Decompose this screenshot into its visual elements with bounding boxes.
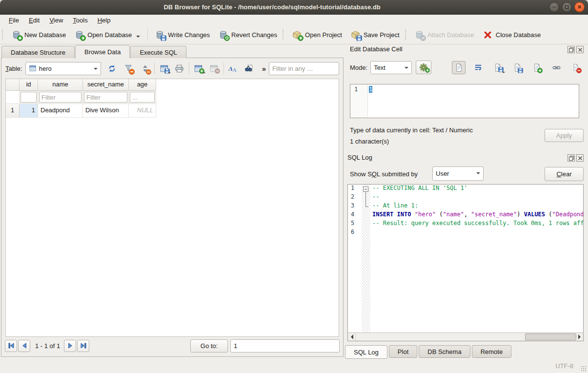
close-button[interactable]: ✕ — [574, 2, 585, 12]
table-row: 11DeadpondDive WilsonNULL — [6, 104, 339, 118]
export-cell-data-button[interactable] — [510, 61, 524, 74]
dock-tab-remote[interactable]: Remote — [472, 345, 512, 358]
cell-value-editor[interactable]: 1 1 — [350, 84, 579, 118]
open-in-external-button[interactable] — [530, 61, 544, 74]
table-select[interactable]: hero — [25, 62, 101, 75]
revert-changes-button[interactable]: Revert Changes — [214, 28, 282, 41]
insert-record-button[interactable] — [192, 62, 205, 75]
sql-log-line: 6 — [348, 228, 583, 237]
menu-item-help[interactable]: Help — [93, 16, 116, 25]
filter-input-age[interactable] — [130, 92, 155, 103]
scrollbar-thumb[interactable] — [525, 333, 576, 340]
auto-apply-button[interactable] — [416, 61, 431, 74]
tab-execute-sql[interactable]: Execute SQL — [130, 46, 186, 58]
clear-log-button[interactable]: Clear — [545, 167, 584, 181]
tab-database-structure[interactable]: Database Structure — [1, 46, 75, 58]
open-database-dropdown-caret[interactable] — [136, 36, 140, 40]
set-null-button[interactable] — [569, 61, 583, 74]
line-number: 5 — [348, 220, 362, 228]
menu-item-edit[interactable]: Edit — [24, 16, 44, 25]
cell-age[interactable]: NULL — [129, 104, 156, 118]
show-sql-select[interactable]: User — [432, 166, 484, 181]
menu-item-file[interactable]: File — [4, 16, 24, 25]
link-data-button[interactable] — [549, 61, 563, 74]
filter-input-secret_name[interactable] — [84, 92, 127, 103]
text-view-button[interactable] — [452, 61, 466, 74]
edit-cell-float-button[interactable] — [568, 46, 575, 53]
write-changes-icon — [155, 30, 164, 40]
clear-sorting-button[interactable] — [139, 62, 151, 75]
fold-collapse-icon[interactable] — [363, 186, 368, 192]
chevron-down-icon — [405, 67, 408, 71]
attach-database-button: Attach Database — [410, 28, 479, 41]
filter-corner — [6, 91, 20, 104]
mode-select[interactable]: Text — [370, 61, 412, 74]
menu-item-view[interactable]: View — [44, 16, 68, 25]
table-label: Table: — [5, 65, 22, 72]
print-table-button[interactable] — [173, 62, 186, 75]
toolbar-drag-handle[interactable] — [2, 29, 5, 40]
scroll-left-button[interactable] — [348, 333, 356, 341]
last-record-button[interactable] — [77, 340, 89, 352]
cell-secret_name[interactable]: Dive Wilson — [83, 104, 129, 118]
sql-log-float-button[interactable] — [568, 154, 575, 162]
cell-id[interactable]: 1 — [20, 104, 38, 118]
chevron-down-icon — [168, 72, 171, 75]
import-cell-data-button[interactable] — [491, 61, 505, 74]
font-settings-button[interactable] — [227, 62, 240, 75]
column-header-id[interactable]: id — [20, 79, 38, 91]
sql-log-view: 1-- EXECUTING ALL IN 'SQL 1'2--3-- At li… — [347, 184, 584, 341]
open-project-button[interactable]: Open Project — [288, 28, 346, 41]
menu-item-tools[interactable]: Tools — [68, 16, 92, 25]
toolbar-overflow-chevron[interactable]: » — [262, 64, 266, 73]
export-table-button[interactable] — [158, 62, 170, 75]
column-header-secret_name[interactable]: secret_name — [83, 79, 129, 91]
column-header-name[interactable]: name — [38, 79, 83, 91]
filter-input-name[interactable] — [39, 92, 81, 103]
previous-record-button[interactable] — [18, 340, 30, 352]
close-database-button[interactable]: Close Database — [479, 28, 546, 41]
toolbar-drag-handle[interactable] — [283, 29, 286, 40]
sql-log-hscrollbar[interactable] — [348, 332, 583, 341]
menu-bar: FileEditViewToolsHelp — [0, 15, 588, 25]
scroll-right-button[interactable] — [575, 333, 583, 341]
cell-editor-selected-text: 1 — [369, 86, 372, 93]
resize-grip[interactable] — [581, 366, 587, 372]
next-record-button[interactable] — [64, 340, 76, 352]
filter-input-id[interactable] — [20, 92, 37, 103]
attach-database-icon — [415, 30, 424, 40]
new-database-button[interactable]: New Database — [7, 28, 70, 41]
edit-cell-dock-title: Edit Database Cell — [350, 45, 403, 53]
sql-log-close-button[interactable] — [576, 154, 584, 162]
refresh-button[interactable] — [106, 62, 119, 75]
close-database-icon — [483, 30, 492, 40]
clear-filters-button[interactable] — [122, 62, 135, 75]
apply-button: Apply — [545, 129, 584, 142]
write-changes-button[interactable]: Write Changes — [151, 28, 214, 41]
column-header-age[interactable]: age — [129, 79, 156, 91]
sql-log-line: 5-- Result: query executed successfully.… — [348, 220, 583, 228]
goto-button[interactable]: Go to: — [190, 339, 228, 352]
open-project-icon — [292, 30, 302, 40]
goto-record-input[interactable] — [230, 339, 340, 352]
dock-tab-bar: SQL LogPlotDB SchemaRemote — [345, 345, 513, 359]
chevron-down-icon — [476, 172, 480, 176]
maximize-button[interactable] — [562, 2, 572, 12]
cell-name[interactable]: Deadpond — [38, 104, 83, 118]
edit-cell-close-button[interactable] — [576, 46, 584, 53]
table-icon — [29, 64, 37, 72]
data-grid: idnamesecret_nameage11DeadpondDive Wilso… — [5, 79, 339, 337]
tab-browse-data[interactable]: Browse Data — [75, 45, 130, 58]
dock-tab-plot[interactable]: Plot — [389, 345, 417, 358]
dock-tab-db-schema[interactable]: DB Schema — [419, 345, 470, 358]
dock-tab-sql-log[interactable]: SQL Log — [345, 345, 387, 359]
toolbar-drag-handle[interactable] — [405, 29, 408, 40]
filter-any-column-input[interactable] — [269, 62, 339, 75]
save-project-button[interactable]: Save Project — [346, 28, 404, 41]
open-database-button[interactable]: Open Database — [70, 28, 144, 41]
first-record-button[interactable] — [5, 340, 17, 352]
minimize-button[interactable]: ─ — [549, 2, 559, 12]
row-header[interactable]: 1 — [6, 104, 20, 118]
find-in-table-button[interactable] — [243, 62, 255, 75]
word-wrap-button[interactable] — [471, 61, 485, 74]
